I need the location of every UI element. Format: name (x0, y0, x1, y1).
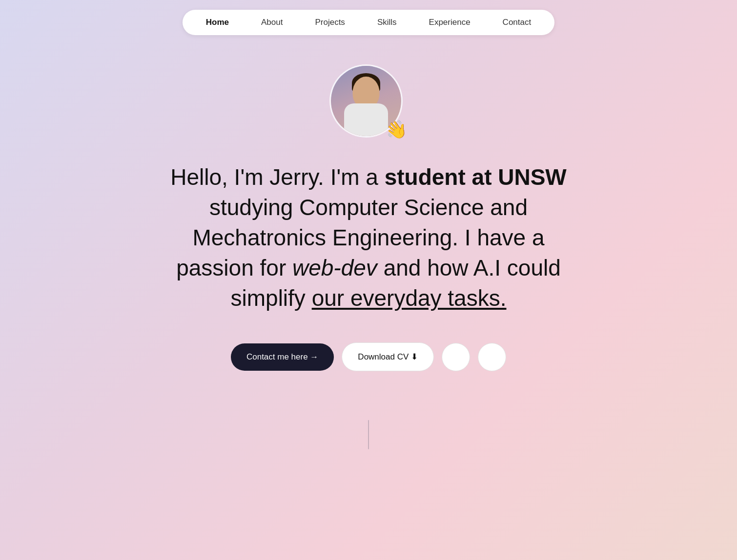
greeting-bold: student at UNSW (385, 164, 567, 190)
instagram-button[interactable] (478, 343, 506, 371)
nav-container: Home About Projects Skills Experience Co… (183, 10, 554, 35)
nav-item-home[interactable]: Home (202, 16, 233, 29)
divider-container (368, 420, 369, 449)
linkedin-button[interactable] (442, 343, 470, 371)
nav-item-about[interactable]: About (257, 16, 287, 29)
greeting-normal: Hello, I'm Jerry. (170, 164, 324, 190)
hero-text: Hello, I'm Jerry. I'm a student at UNSW … (144, 162, 593, 313)
nav-item-contact[interactable]: Contact (499, 16, 535, 29)
nav-item-skills[interactable]: Skills (373, 16, 401, 29)
nav-item-experience[interactable]: Experience (425, 16, 474, 29)
main-content: 👋 Hello, I'm Jerry. I'm a student at UNS… (0, 35, 737, 449)
everyday-tasks-link[interactable]: our everyday tasks. (312, 285, 507, 311)
nav-item-projects[interactable]: Projects (311, 16, 348, 29)
navbar: Home About Projects Skills Experience Co… (0, 0, 737, 35)
wave-emoji: 👋 (384, 118, 409, 141)
greeting-part2: I'm a (324, 164, 385, 190)
contact-button[interactable]: Contact me here → (231, 343, 334, 371)
italic-webdev: web-dev (292, 255, 377, 280)
download-cv-button[interactable]: Download CV ⬇ (342, 342, 434, 371)
divider-line (368, 420, 369, 449)
action-buttons: Contact me here → Download CV ⬇ (231, 342, 506, 371)
avatar-container: 👋 (329, 64, 408, 142)
person-body (344, 103, 388, 138)
